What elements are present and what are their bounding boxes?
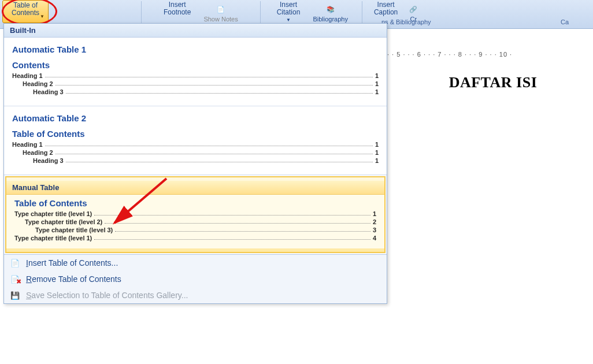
insert-footnote-label: Insert Footnote [164, 1, 191, 16]
toc-leader-dots [45, 72, 373, 77]
bibliography-label: Bibliography [313, 16, 348, 23]
gallery-item-auto-table-1[interactable]: Automatic Table 1 Contents Heading 1 1 H… [4, 38, 387, 106]
toc-line-label: Heading 1 [12, 72, 43, 79]
toc-line-page: 1 [375, 88, 379, 95]
gallery-item-manual-table[interactable]: Manual Table Table of Contents Type chap… [5, 176, 386, 253]
gallery-item-subtitle: Table of Contents [14, 198, 376, 208]
toc-line-page: 1 [375, 141, 379, 148]
toc-line-page: 1 [373, 210, 376, 217]
insert-toc-menu-item[interactable]: 📄 Insert Table of Contents... [4, 255, 387, 271]
toc-line-label: Heading 3 [33, 88, 64, 95]
toc-line-label: Type chapter title (level 1) [14, 210, 92, 217]
toc-leader-dots [66, 88, 373, 94]
ribbon-group-citations-label: ns & Bibliography [381, 18, 431, 25]
save-selection-label: Save Selection to Table of Contents Gall… [26, 291, 188, 300]
toc-line-label: Type chapter title (level 2) [25, 218, 102, 225]
gallery-item-title: Automatic Table 2 [12, 113, 379, 123]
toc-preview-line: Type chapter title (level 3) 3 [14, 226, 376, 233]
toc-leader-dots [55, 149, 373, 154]
book-icon: 📚 [327, 6, 335, 13]
document-icon: 📄 [10, 258, 20, 268]
toc-line-page: 1 [375, 72, 379, 79]
toc-leader-dots [115, 226, 370, 232]
toc-line-label: Heading 2 [23, 149, 53, 156]
gallery-item-subtitle: Table of Contents [12, 129, 379, 139]
gallery-item-title: Manual Table [6, 181, 384, 195]
insert-citation-label: Insert Citation [277, 1, 301, 16]
link-icon: 🔗 [409, 6, 417, 13]
horizontal-ruler: · · 5 · · · 6 · · · 7 · · · 8 · · · 9 · … [387, 51, 593, 62]
notes-icon: 📄 [217, 6, 225, 13]
toc-line-page: 1 [375, 80, 379, 87]
toc-preview-line: Heading 2 1 [12, 80, 379, 87]
insert-toc-label: Insert Table of Contents... [26, 258, 118, 268]
gallery-item-title: Automatic Table 1 [12, 44, 379, 54]
toc-preview-line: Type chapter title (level 1) 4 [14, 235, 376, 242]
gallery-item-auto-table-2[interactable]: Automatic Table 2 Table of Contents Head… [4, 106, 387, 175]
toc-gallery-dropdown: Built-In Automatic Table 1 Contents Head… [3, 23, 387, 304]
toc-button-label: Table of Contents [12, 2, 39, 17]
toc-leader-dots [105, 218, 370, 224]
toc-preview-line: Heading 3 1 [12, 157, 379, 164]
toc-line-label: Heading 2 [23, 80, 53, 87]
toc-preview-line: Type chapter title (level 1) 1 [14, 210, 376, 217]
remove-icon: 📄✖ [10, 274, 20, 284]
toc-preview-line: Heading 1 1 [12, 72, 379, 79]
toc-leader-dots [45, 141, 373, 146]
toc-line-label: Type chapter title (level 3) [35, 226, 113, 233]
dropdown-arrow-icon: ▼ [40, 13, 45, 20]
toc-leader-dots [55, 80, 373, 86]
insert-caption-label: Insert Caption [374, 1, 398, 16]
toc-line-page: 2 [373, 218, 376, 225]
toc-line-page: 1 [375, 157, 379, 164]
ribbon-group-captions-label: Ca [561, 18, 569, 25]
remove-toc-label: Remove Table of Contents [26, 274, 121, 284]
toc-line-label: Type chapter title (level 1) [14, 235, 92, 242]
toc-line-label: Heading 1 [12, 141, 43, 148]
toc-leader-dots [94, 210, 370, 216]
toc-leader-dots [94, 235, 370, 240]
ruler-ticks: · · 5 · · · 6 · · · 7 · · · 8 · · · 9 · … [387, 51, 512, 58]
document-page: DAFTAR ISI [393, 64, 593, 364]
save-icon: 💾 [10, 290, 20, 300]
toc-preview-line: Type chapter title (level 2) 2 [14, 218, 376, 225]
save-selection-menu-item: 💾 Save Selection to Table of Contents Ga… [4, 287, 387, 303]
document-title: DAFTAR ISI [393, 74, 593, 91]
toc-line-label: Heading 3 [33, 157, 64, 164]
toc-preview-line: Heading 3 1 [12, 88, 379, 95]
toc-line-page: 3 [373, 226, 376, 233]
gallery-item-subtitle: Contents [12, 60, 379, 70]
toc-line-page: 4 [373, 235, 376, 242]
gallery-footer: 📄 Insert Table of Contents... 📄✖ Remove … [4, 254, 387, 303]
show-notes-button[interactable]: 📄 Show Notes [199, 5, 242, 23]
table-of-contents-button[interactable]: Table of Contents ▼ [2, 0, 49, 23]
gallery-section-header: Built-In [4, 24, 387, 38]
toc-line-page: 1 [375, 149, 379, 156]
toc-preview-line: Heading 1 1 [12, 141, 379, 148]
toc-leader-dots [66, 157, 373, 162]
remove-toc-menu-item[interactable]: 📄✖ Remove Table of Contents [4, 271, 387, 287]
toc-preview-line: Heading 2 1 [12, 149, 379, 156]
show-notes-label: Show Notes [203, 16, 238, 23]
